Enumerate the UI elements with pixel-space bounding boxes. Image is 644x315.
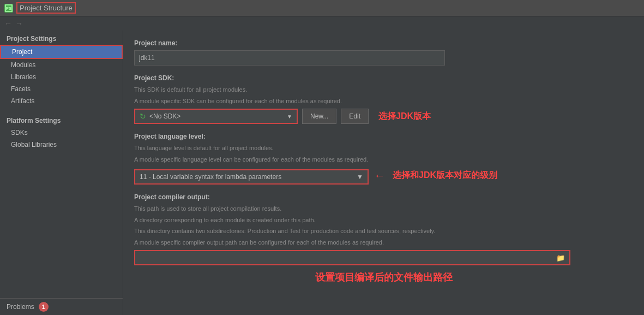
annotation-arrow: ← (374, 169, 385, 182)
sidebar-item-problems[interactable]: Problems 1 (0, 299, 123, 315)
language-annotation-row: ← 选择和JDK版本对应的级别 (374, 169, 497, 182)
folder-icon[interactable]: 📁 (556, 254, 565, 262)
compiler-output-annotation: 设置项目编译后的文件输出路径 (134, 271, 633, 284)
new-sdk-button[interactable]: New... (302, 109, 336, 124)
project-sdk-label: Project SDK: (134, 74, 633, 82)
project-name-label: Project name: (134, 39, 633, 47)
language-level-value: 11 - Local variable syntax for lambda pa… (140, 173, 281, 181)
title-bar-title: Project Structure (16, 2, 76, 14)
back-button[interactable]: ← (4, 19, 12, 28)
sdk-dropdown-arrow: ▼ (287, 114, 292, 120)
sidebar-item-libraries[interactable]: Libraries (0, 71, 123, 83)
sdk-row: ↻ <No SDK> ▼ New... Edit 选择JDK版本 (134, 109, 633, 124)
sdk-dropdown[interactable]: ↻ <No SDK> ▼ (134, 109, 298, 124)
sidebar: Project Settings Project Modules Librari… (0, 31, 123, 315)
language-level-section: Project language level: This language le… (134, 133, 633, 185)
language-level-dropdown[interactable]: 11 - Local variable syntax for lambda pa… (134, 169, 369, 185)
sidebar-item-project[interactable]: Project (0, 45, 123, 59)
compiler-desc1: This path is used to store all project c… (134, 204, 633, 213)
svg-text:PS: PS (6, 6, 12, 11)
edit-sdk-button[interactable]: Edit (341, 109, 369, 124)
nav-arrows: ← → (0, 16, 644, 31)
project-name-section: Project name: (134, 39, 633, 66)
title-bar-icon: PS (4, 4, 13, 13)
project-name-input[interactable] (134, 50, 445, 66)
sdk-desc2: A module specific SDK can be configured … (134, 97, 633, 106)
language-annotation: 选择和JDK版本对应的级别 (393, 170, 497, 181)
sidebar-bottom: Problems 1 (0, 298, 123, 315)
compiler-output-label: Project compiler output: (134, 193, 633, 201)
sdk-select-inner: ↻ <No SDK> (140, 112, 180, 121)
sidebar-item-global-libraries[interactable]: Global Libraries (0, 139, 123, 151)
title-bar: PS Project Structure (0, 0, 644, 16)
forward-button[interactable]: → (15, 19, 23, 28)
sdk-annotation: 选择JDK版本 (378, 111, 431, 122)
compiler-output-section: Project compiler output: This path is us… (134, 193, 633, 284)
compiler-desc4: A module specific compiler output path c… (134, 238, 633, 247)
sdk-value: <No SDK> (149, 112, 180, 120)
project-sdk-section: Project SDK: This SDK is default for all… (134, 74, 633, 124)
language-dropdown-arrow: ▼ (357, 173, 363, 181)
compiler-output-row: 📁 (134, 250, 570, 265)
language-desc2: A module specific language level can be … (134, 155, 633, 164)
language-level-label: Project language level: (134, 133, 633, 140)
refresh-icon: ↻ (140, 112, 146, 121)
language-row: 11 - Local variable syntax for lambda pa… (134, 166, 633, 185)
language-desc1: This language level is default for all p… (134, 144, 633, 153)
compiler-output-input[interactable] (140, 254, 556, 261)
sidebar-item-sdks[interactable]: SDKs (0, 127, 123, 139)
main-layout: Project Settings Project Modules Librari… (0, 31, 644, 315)
project-settings-label: Project Settings (0, 31, 123, 45)
compiler-desc2: A directory corresponding to each module… (134, 216, 633, 225)
sidebar-item-facets[interactable]: Facets (0, 83, 123, 95)
content-area: Project name: Project SDK: This SDK is d… (123, 31, 644, 315)
problems-badge: 1 (39, 302, 49, 312)
sidebar-item-modules[interactable]: Modules (0, 59, 123, 71)
sidebar-item-artifacts[interactable]: Artifacts (0, 95, 123, 107)
compiler-desc3: This directory contains two subdirectori… (134, 227, 633, 236)
platform-settings-label: Platform Settings (0, 112, 123, 127)
sdk-desc1: This SDK is default for all project modu… (134, 85, 633, 94)
